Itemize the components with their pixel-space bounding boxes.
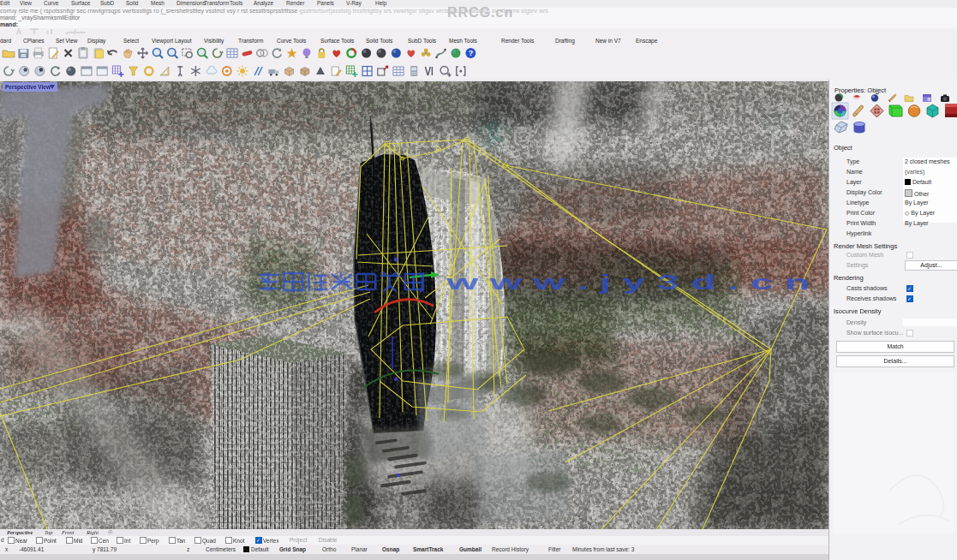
svg-text:w w w . j y 3 d . c n: w w w . j y 3 d . c n <box>445 271 810 294</box>
svg-text:Perspective View: Perspective View <box>5 84 51 91</box>
svg-text:?: ? <box>469 49 474 57</box>
